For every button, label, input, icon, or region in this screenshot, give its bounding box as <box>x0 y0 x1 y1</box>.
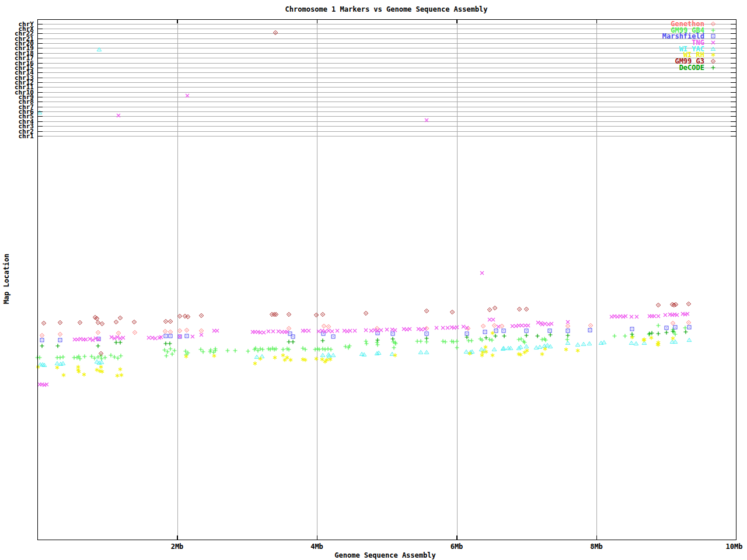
data-point <box>348 329 352 332</box>
data-point <box>630 327 634 331</box>
data-point <box>481 324 485 328</box>
data-point <box>424 309 428 313</box>
data-point <box>588 323 592 327</box>
data-point <box>100 321 104 326</box>
data-point <box>116 335 119 339</box>
data-point <box>519 337 523 341</box>
data-point <box>114 341 118 345</box>
data-point <box>492 348 497 351</box>
data-point <box>488 318 491 321</box>
data-point <box>480 271 484 275</box>
data-point <box>483 330 487 334</box>
data-point <box>549 333 553 337</box>
data-point <box>281 348 285 352</box>
data-point <box>566 320 570 324</box>
data-point <box>37 111 42 114</box>
data-point <box>566 341 570 345</box>
data-point <box>287 340 291 344</box>
data-point <box>114 320 118 324</box>
data-point <box>502 334 507 338</box>
data-point <box>329 348 333 352</box>
x-tick-label: 8Mb <box>579 543 614 550</box>
data-point <box>490 338 494 342</box>
data-point <box>320 354 325 357</box>
data-point <box>497 325 500 328</box>
data-point <box>487 307 491 312</box>
data-point <box>321 347 325 351</box>
data-point <box>491 353 494 357</box>
data-point <box>675 313 679 317</box>
plot-area <box>0 0 747 560</box>
data-point <box>524 307 528 311</box>
data-point <box>465 332 469 335</box>
data-point <box>40 344 44 348</box>
data-point <box>686 320 690 324</box>
data-point <box>233 349 238 353</box>
data-point <box>650 335 653 340</box>
data-point <box>58 338 62 342</box>
data-point <box>587 342 592 345</box>
data-point <box>307 329 310 332</box>
data-point <box>200 333 203 337</box>
data-point <box>58 356 62 360</box>
data-point <box>525 329 528 332</box>
data-point <box>261 348 265 352</box>
data-point <box>613 334 617 338</box>
data-point <box>253 361 257 365</box>
data-point <box>424 351 429 354</box>
data-point <box>170 352 174 356</box>
data-point <box>687 326 691 329</box>
data-point <box>665 326 668 330</box>
data-point <box>425 337 429 341</box>
data-point <box>390 352 395 356</box>
data-point <box>491 318 495 321</box>
data-point <box>480 353 484 357</box>
chromosome-label: chr1 <box>0 133 34 139</box>
data-point <box>418 351 423 354</box>
data-point <box>165 354 169 358</box>
data-point <box>493 306 497 310</box>
data-point <box>517 338 521 342</box>
data-point <box>178 335 181 338</box>
data-point <box>281 353 285 357</box>
data-point <box>40 333 44 337</box>
data-point <box>441 326 445 330</box>
x-tick-label: 6Mb <box>439 543 474 550</box>
data-point <box>118 341 123 345</box>
data-point <box>226 349 230 353</box>
data-point <box>153 337 157 340</box>
data-point <box>550 322 553 326</box>
series-wi_yac <box>37 48 692 367</box>
data-point <box>446 326 449 330</box>
data-point <box>391 332 395 335</box>
data-point <box>536 334 540 338</box>
data-point <box>95 360 99 363</box>
data-point <box>564 347 568 351</box>
data-point <box>450 310 454 314</box>
series-tng <box>38 94 689 387</box>
data-point <box>488 338 492 342</box>
series-gm99_g3 <box>41 30 690 355</box>
data-point <box>116 331 120 335</box>
data-point <box>588 328 592 332</box>
data-point <box>96 330 100 334</box>
data-point <box>336 329 339 332</box>
data-point <box>163 329 167 333</box>
data-point <box>494 329 498 332</box>
data-point <box>537 345 542 349</box>
data-point <box>369 329 373 332</box>
data-point <box>164 334 167 338</box>
data-point <box>38 356 42 360</box>
data-point <box>118 367 122 371</box>
data-point <box>379 328 383 332</box>
data-point <box>177 328 181 332</box>
data-point <box>55 362 60 365</box>
data-point <box>168 319 172 323</box>
data-point <box>96 344 100 348</box>
data-point <box>630 332 634 337</box>
data-point <box>40 338 44 342</box>
data-point <box>199 313 203 317</box>
data-point <box>55 365 59 369</box>
data-point <box>484 336 488 340</box>
data-point <box>199 348 203 352</box>
